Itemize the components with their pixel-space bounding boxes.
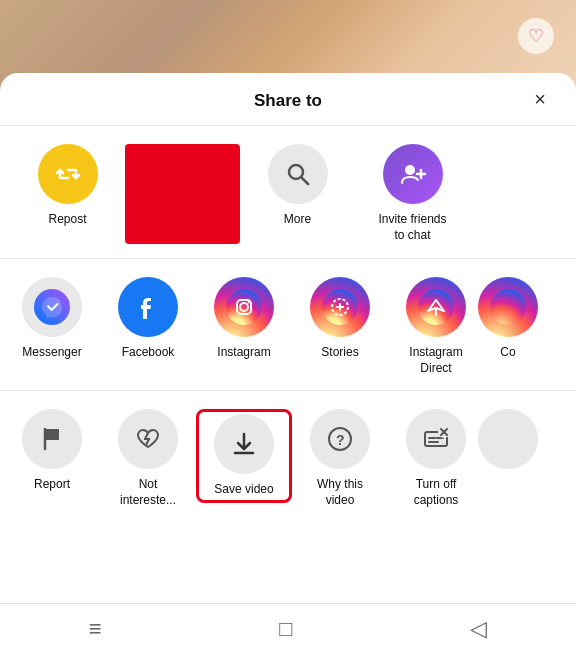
instagram-icon-circle (214, 277, 274, 337)
co-icon-circle (478, 277, 538, 337)
co-icon (490, 289, 526, 325)
svg-line-1 (301, 178, 308, 185)
heart-icon: ♡ (518, 18, 554, 54)
svg-point-17 (490, 289, 526, 325)
instagram-icon (226, 289, 262, 325)
question-icon: ? (326, 425, 354, 453)
stories-item[interactable]: Stories (292, 277, 388, 361)
whythis-label: Why thisvideo (317, 477, 363, 508)
instagram-item[interactable]: Instagram (196, 277, 292, 361)
igdirect-icon-circle (406, 277, 466, 337)
invite-label: Invite friendsto chat (378, 212, 446, 243)
notinterested-icon-circle (118, 409, 178, 469)
flag-icon (38, 425, 66, 453)
savevideo-item[interactable]: Save video (196, 409, 292, 503)
close-button[interactable]: × (524, 83, 556, 115)
navigation-bar: ≡ □ ◁ (0, 603, 576, 653)
facebook-label: Facebook (122, 345, 175, 361)
stories-icon-circle (310, 277, 370, 337)
stories-label: Stories (321, 345, 358, 361)
repost-item[interactable]: Repost (10, 144, 125, 228)
igdirect-label: InstagramDirect (409, 345, 462, 376)
invite-item[interactable]: Invite friendsto chat (355, 144, 470, 243)
red-placeholder-item[interactable] (125, 144, 240, 244)
svg-point-7 (226, 289, 262, 325)
co-item[interactable]: Co (484, 277, 532, 361)
notinterested-item[interactable]: Notintereste... (100, 409, 196, 508)
notinterested-label: Notintereste... (120, 477, 176, 508)
more-item[interactable]: More (240, 144, 355, 228)
svg-point-2 (405, 165, 415, 175)
stories-icon (322, 289, 358, 325)
report-item[interactable]: Report (4, 409, 100, 493)
report-icon-circle (22, 409, 82, 469)
menu-nav-icon[interactable]: ≡ (89, 616, 102, 642)
facebook-item[interactable]: Facebook (100, 277, 196, 361)
home-nav-icon[interactable]: □ (279, 616, 292, 642)
back-nav-icon[interactable]: ◁ (470, 616, 487, 642)
invite-friends-icon (399, 160, 427, 188)
extra-icon-circle (478, 409, 538, 469)
facebook-icon (130, 289, 166, 325)
turncaptions-item[interactable]: Turn offcaptions (388, 409, 484, 508)
share-sheet: Share to × Repost (0, 73, 576, 653)
search-icon (284, 160, 312, 188)
section-social-apps: Messenger Facebook (0, 259, 576, 391)
savevideo-label: Save video (214, 482, 273, 498)
messenger-icon (34, 289, 70, 325)
messenger-item[interactable]: Messenger (4, 277, 100, 361)
sheet-title: Share to (254, 91, 322, 111)
igdirect-icon (418, 289, 454, 325)
more-label: More (284, 212, 311, 228)
instagram-label: Instagram (217, 345, 270, 361)
whythis-item[interactable]: ? Why thisvideo (292, 409, 388, 508)
savevideo-icon-circle (214, 414, 274, 474)
download-icon (230, 430, 258, 458)
invite-icon-circle (383, 144, 443, 204)
svg-point-10 (248, 302, 250, 304)
more-icon-circle (268, 144, 328, 204)
repost-label: Repost (48, 212, 86, 228)
igdirect-item[interactable]: InstagramDirect (388, 277, 484, 376)
messenger-icon-circle (22, 277, 82, 337)
section-actions: Report Notintereste... (0, 391, 576, 522)
extra-item[interactable] (484, 409, 532, 469)
whythis-icon-circle: ? (310, 409, 370, 469)
sheet-header: Share to × (0, 73, 576, 126)
turncaptions-label: Turn offcaptions (414, 477, 459, 508)
repost-icon-circle (38, 144, 98, 204)
facebook-icon-circle (118, 277, 178, 337)
heart-broken-icon (134, 425, 162, 453)
report-label: Report (34, 477, 70, 493)
red-placeholder-box (125, 144, 240, 244)
section-share-top: Repost More (0, 126, 576, 259)
repost-icon (54, 160, 82, 188)
turncaptions-icon-circle (406, 409, 466, 469)
svg-text:?: ? (336, 432, 345, 448)
messenger-label: Messenger (22, 345, 81, 361)
co-label: Co (500, 345, 515, 361)
captions-off-icon (422, 425, 450, 453)
